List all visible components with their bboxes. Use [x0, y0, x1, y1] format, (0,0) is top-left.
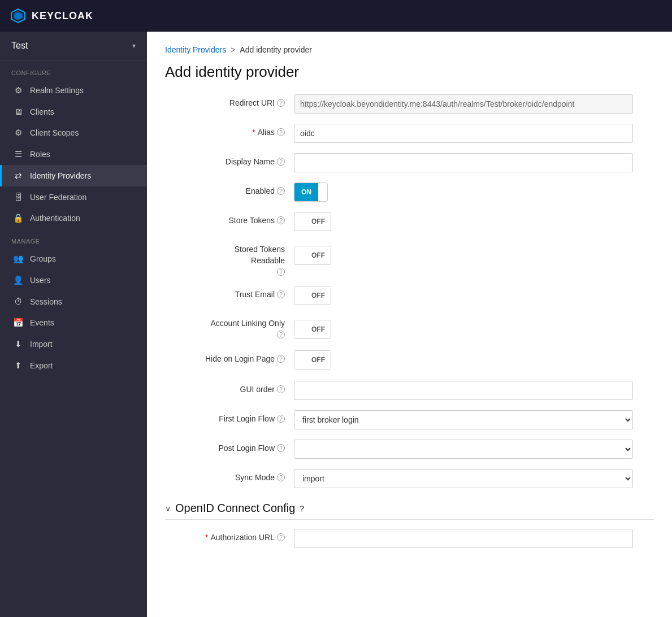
hide-on-login-toggle[interactable]: OFF [294, 350, 331, 370]
openid-section-help-icon[interactable]: ? [300, 504, 304, 513]
post-login-flow-row: Post Login Flow ? browser direct grant [165, 440, 654, 459]
breadcrumb: Identity Providers > Add identity provid… [165, 45, 654, 54]
sidebar-item-label: Clients [30, 107, 54, 116]
export-icon: ⬆ [13, 360, 23, 371]
first-login-flow-row: First Login Flow ? first broker login br… [165, 410, 654, 429]
stored-tokens-readable-help-icon[interactable]: ? [277, 268, 285, 276]
display-name-help-icon[interactable]: ? [277, 158, 285, 166]
store-tokens-toggle[interactable]: OFF [294, 212, 331, 231]
hide-on-login-help-icon[interactable]: ? [277, 355, 285, 363]
redirect-uri-help-icon[interactable]: ? [277, 99, 285, 107]
realm-settings-icon: ⚙ [13, 85, 23, 95]
openid-section-header: ∨ OpenID Connect Config ? [165, 502, 654, 520]
auth-url-required-star: * [205, 533, 208, 542]
trust-email-row: Trust Email ? OFF [165, 286, 654, 306]
alias-input[interactable] [294, 124, 633, 143]
hide-on-login-empty [294, 351, 306, 369]
gui-order-input[interactable] [294, 381, 633, 400]
logo-text: KEYCLOAK [32, 10, 93, 22]
stored-tokens-readable-label: Stored Tokens Readable ? [170, 242, 294, 276]
store-tokens-control: OFF [294, 212, 633, 232]
main-content: Identity Providers > Add identity provid… [147, 32, 672, 617]
page-title: Add identity provider [165, 63, 654, 81]
alias-row: * Alias ? [165, 124, 654, 143]
sidebar-item-export[interactable]: ⬆ Export [0, 355, 147, 376]
redirect-uri-input [294, 94, 633, 114]
first-login-flow-select[interactable]: first broker login browser direct grant … [294, 410, 633, 429]
alias-required-star: * [252, 128, 255, 137]
trust-email-label: Trust Email ? [170, 286, 294, 299]
sidebar-item-label: Groups [30, 254, 56, 263]
users-icon: 👤 [13, 275, 23, 285]
store-tokens-label: Store Tokens ? [170, 212, 294, 225]
alias-label: * Alias ? [170, 124, 294, 137]
sidebar-item-label: Realm Settings [30, 86, 84, 95]
sidebar-item-label: Events [30, 318, 54, 327]
sync-mode-help-icon[interactable]: ? [277, 473, 285, 481]
authorization-url-input[interactable] [294, 529, 633, 548]
sidebar-item-groups[interactable]: 👥 Groups [0, 248, 147, 270]
alias-help-icon[interactable]: ? [277, 128, 285, 136]
display-name-input[interactable] [294, 153, 633, 172]
clients-icon: 🖥 [13, 107, 23, 116]
sidebar-item-sessions[interactable]: ⏱ Sessions [0, 291, 147, 312]
realm-selector[interactable]: Test ▾ [0, 32, 147, 60]
hide-on-login-label: Hide on Login Page ? [170, 350, 294, 363]
gui-order-help-icon[interactable]: ? [277, 385, 285, 393]
trust-email-help-icon[interactable]: ? [277, 290, 285, 298]
display-name-row: Display Name ? [165, 153, 654, 172]
stored-tokens-readable-row: Stored Tokens Readable ? OFF [165, 242, 654, 276]
sidebar-item-users[interactable]: 👤 Users [0, 270, 147, 291]
topbar: KEYCLOAK [0, 0, 672, 32]
realm-name: Test [11, 41, 28, 51]
sidebar-item-label: Export [30, 361, 53, 370]
sidebar-item-authentication[interactable]: 🔒 Authentication [0, 207, 147, 229]
trust-email-empty [294, 286, 306, 305]
form-section: Redirect URI ? * Alias ? [165, 94, 654, 488]
trust-email-off-label: OFF [306, 286, 331, 305]
section-collapse-icon[interactable]: ∨ [165, 504, 171, 513]
enabled-toggle[interactable]: ON [294, 183, 328, 202]
store-tokens-row: Store Tokens ? OFF [165, 212, 654, 232]
account-linking-empty [294, 320, 306, 338]
sidebar-item-realm-settings[interactable]: ⚙ Realm Settings [0, 80, 147, 101]
account-linking-help-icon[interactable]: ? [277, 331, 285, 338]
post-login-flow-help-icon[interactable]: ? [277, 444, 285, 452]
sidebar-item-label: Identity Providers [30, 171, 91, 180]
post-login-flow-select[interactable]: browser direct grant [294, 440, 633, 459]
authentication-icon: 🔒 [13, 213, 23, 223]
stored-tokens-readable-toggle[interactable]: OFF [294, 246, 331, 265]
sidebar-item-identity-providers[interactable]: ⇄ Identity Providers [0, 165, 147, 186]
authorization-url-help-icon[interactable]: ? [277, 533, 285, 541]
sidebar-item-events[interactable]: 📅 Events [0, 312, 147, 333]
sidebar-item-label: Authentication [30, 214, 80, 223]
client-scopes-icon: ⚙ [13, 128, 23, 138]
gui-order-row: GUI order ? [165, 381, 654, 400]
gui-order-label: GUI order ? [170, 381, 294, 394]
sidebar-item-import[interactable]: ⬇ Import [0, 333, 147, 355]
store-tokens-off-label: OFF [306, 212, 331, 231]
sidebar-item-label: Users [30, 276, 51, 285]
sidebar-item-roles[interactable]: ☰ Roles [0, 144, 147, 165]
trust-email-toggle[interactable]: OFF [294, 286, 331, 305]
account-linking-label: Account Linking Only ? [170, 316, 294, 338]
store-tokens-help-icon[interactable]: ? [277, 216, 285, 224]
sidebar-item-user-federation[interactable]: 🗄 User Federation [0, 186, 147, 207]
account-linking-toggle[interactable]: OFF [294, 320, 331, 339]
breadcrumb-current: Add identity provider [240, 45, 312, 54]
stored-tokens-readable-off-label: OFF [306, 246, 331, 264]
alias-control [294, 124, 633, 143]
first-login-flow-help-icon[interactable]: ? [277, 415, 285, 423]
manage-section-label: Manage [0, 229, 147, 248]
sidebar: Test ▾ Configure ⚙ Realm Settings 🖥 Clie… [0, 32, 147, 617]
enabled-help-icon[interactable]: ? [277, 187, 285, 195]
breadcrumb-link[interactable]: Identity Providers [165, 45, 226, 54]
sidebar-item-client-scopes[interactable]: ⚙ Client Scopes [0, 122, 147, 144]
post-login-flow-label: Post Login Flow ? [170, 440, 294, 453]
sidebar-item-clients[interactable]: 🖥 Clients [0, 101, 147, 122]
display-name-label: Display Name ? [170, 153, 294, 166]
events-icon: 📅 [13, 318, 23, 328]
realm-chevron-icon: ▾ [132, 42, 136, 50]
sync-mode-select[interactable]: import legacy force [294, 469, 633, 488]
trust-email-control: OFF [294, 286, 633, 306]
